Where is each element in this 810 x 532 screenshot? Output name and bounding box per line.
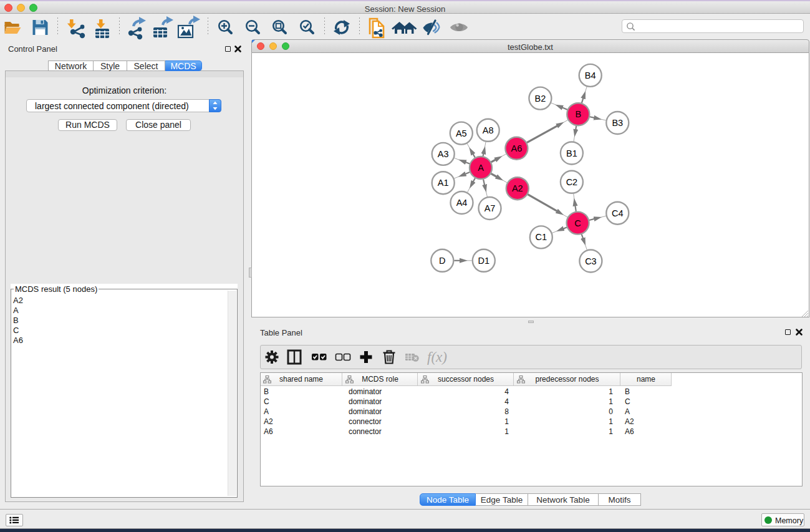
svg-text:A5: A5	[456, 128, 467, 138]
svg-text:A7: A7	[485, 203, 496, 213]
svg-text:A3: A3	[438, 149, 449, 159]
svg-text:A6: A6	[511, 143, 523, 153]
svg-text:A1: A1	[438, 178, 449, 188]
svg-text:A4: A4	[456, 198, 468, 208]
svg-text:D1: D1	[478, 256, 490, 266]
svg-text:C1: C1	[536, 232, 547, 242]
svg-text:C: C	[574, 218, 581, 228]
svg-text:A: A	[478, 163, 484, 173]
svg-text:C3: C3	[585, 256, 597, 266]
svg-text:C2: C2	[566, 177, 578, 187]
svg-text:A2: A2	[512, 183, 523, 193]
svg-text:B1: B1	[566, 148, 577, 158]
svg-text:C4: C4	[612, 208, 624, 218]
svg-text:B: B	[575, 109, 581, 119]
svg-text:f(x): f(x)	[427, 349, 447, 365]
svg-text:A8: A8	[483, 125, 494, 135]
svg-text:B3: B3	[612, 118, 623, 128]
svg-text:D: D	[439, 256, 445, 266]
svg-text:B4: B4	[585, 70, 596, 80]
svg-text:B2: B2	[535, 94, 546, 104]
